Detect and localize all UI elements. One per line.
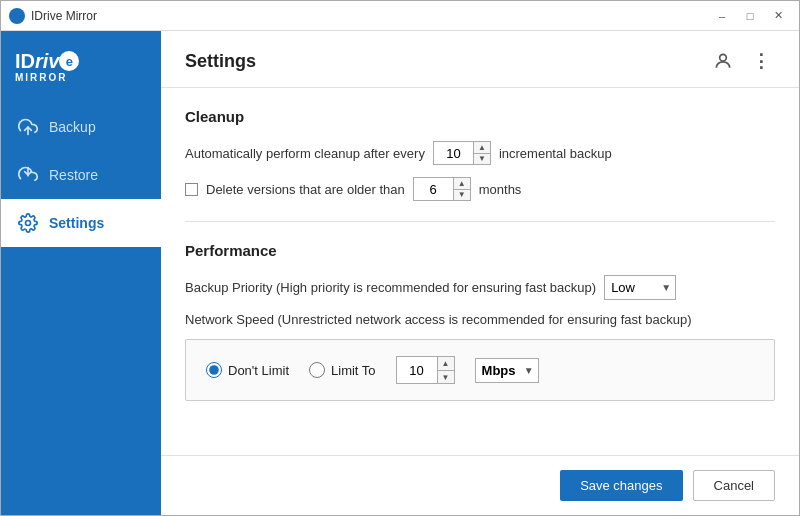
backup-priority-label: Backup Priority (High priority is recomm… <box>185 280 596 295</box>
delete-versions-spinbox[interactable]: ▲ ▼ <box>413 177 471 201</box>
dont-limit-text: Don't Limit <box>228 363 289 378</box>
delete-versions-up[interactable]: ▲ <box>454 178 470 189</box>
limit-to-radio[interactable] <box>309 362 325 378</box>
footer: Save changes Cancel <box>161 455 799 515</box>
network-speed-label: Network Speed (Unrestricted network acce… <box>185 312 692 327</box>
page-title: Settings <box>185 51 256 72</box>
limit-to-text: Limit To <box>331 363 376 378</box>
delete-versions-row: Delete versions that are older than ▲ ▼ … <box>185 177 775 201</box>
cleanup-section-title: Cleanup <box>185 108 775 125</box>
backup-priority-select[interactable]: Low Normal High <box>604 275 676 300</box>
auto-cleanup-suffix: incremental backup <box>499 146 612 161</box>
auto-cleanup-input[interactable] <box>434 142 473 164</box>
speed-spinbox-btns: ▲ ▼ <box>437 357 454 383</box>
performance-section-title: Performance <box>185 242 775 259</box>
svg-point-2 <box>26 221 31 226</box>
delete-versions-down[interactable]: ▼ <box>454 189 470 200</box>
delete-versions-suffix: months <box>479 182 522 197</box>
content-area: Cleanup Automatically perform cleanup af… <box>161 88 799 455</box>
limit-to-label[interactable]: Limit To <box>309 362 376 378</box>
logo-id: ID <box>15 51 35 71</box>
app-icon <box>9 8 25 24</box>
app-body: ID riv e MIRROR <box>1 31 799 515</box>
minimize-button[interactable]: – <box>709 3 735 29</box>
speed-input[interactable] <box>397 357 437 383</box>
backup-icon <box>17 116 39 138</box>
delete-versions-input[interactable] <box>414 178 453 200</box>
speed-down[interactable]: ▼ <box>438 370 454 383</box>
logo-riv: riv <box>35 51 59 71</box>
backup-priority-select-wrapper: Low Normal High ▼ <box>604 275 676 300</box>
dont-limit-label[interactable]: Don't Limit <box>206 362 289 378</box>
dont-limit-radio[interactable] <box>206 362 222 378</box>
header-actions: ⋮ <box>709 47 775 75</box>
logo-mirror: MIRROR <box>15 73 79 83</box>
maximize-button[interactable]: □ <box>737 3 763 29</box>
save-button[interactable]: Save changes <box>560 470 682 501</box>
speed-unit-select[interactable]: Kbps Mbps <box>475 358 539 383</box>
close-button[interactable]: ✕ <box>765 3 791 29</box>
auto-cleanup-down[interactable]: ▼ <box>474 153 490 164</box>
auto-cleanup-up[interactable]: ▲ <box>474 142 490 153</box>
auto-cleanup-prefix: Automatically perform cleanup after ever… <box>185 146 425 161</box>
speed-up[interactable]: ▲ <box>438 357 454 370</box>
sidebar-logo: ID riv e MIRROR <box>1 41 161 103</box>
app-window: IDrive Mirror – □ ✕ ID riv e MIRROR <box>0 0 800 516</box>
backup-label: Backup <box>49 119 96 135</box>
account-button[interactable] <box>709 47 737 75</box>
restore-icon <box>17 164 39 186</box>
title-bar: IDrive Mirror – □ ✕ <box>1 1 799 31</box>
delete-versions-checkbox[interactable] <box>185 183 198 196</box>
logo: ID riv e MIRROR <box>15 51 79 83</box>
sidebar-item-backup[interactable]: Backup <box>1 103 161 151</box>
sidebar: ID riv e MIRROR <box>1 31 161 515</box>
network-speed-label-row: Network Speed (Unrestricted network acce… <box>185 312 775 327</box>
main-content: Settings ⋮ Cleanup Automat <box>161 31 799 515</box>
title-bar-left: IDrive Mirror <box>9 8 97 24</box>
delete-versions-label: Delete versions that are older than <box>206 182 405 197</box>
sidebar-item-restore[interactable]: Restore <box>1 151 161 199</box>
more-button[interactable]: ⋮ <box>747 47 775 75</box>
svg-point-3 <box>720 54 727 61</box>
title-bar-controls: – □ ✕ <box>709 3 791 29</box>
backup-priority-row: Backup Priority (High priority is recomm… <box>185 275 775 300</box>
settings-label: Settings <box>49 215 104 231</box>
restore-label: Restore <box>49 167 98 183</box>
cancel-button[interactable]: Cancel <box>693 470 775 501</box>
logo-e: e <box>59 51 79 71</box>
main-header: Settings ⋮ <box>161 31 799 88</box>
section-divider <box>185 221 775 222</box>
auto-cleanup-spinbox[interactable]: ▲ ▼ <box>433 141 491 165</box>
auto-cleanup-row: Automatically perform cleanup after ever… <box>185 141 775 165</box>
sidebar-item-settings[interactable]: Settings <box>1 199 161 247</box>
speed-spinbox[interactable]: ▲ ▼ <box>396 356 455 384</box>
settings-icon <box>17 212 39 234</box>
sidebar-nav: Backup Restore <box>1 103 161 247</box>
speed-unit-wrapper: Kbps Mbps ▼ <box>475 358 539 383</box>
network-speed-box: Don't Limit Limit To ▲ ▼ <box>185 339 775 401</box>
window-title: IDrive Mirror <box>31 9 97 23</box>
